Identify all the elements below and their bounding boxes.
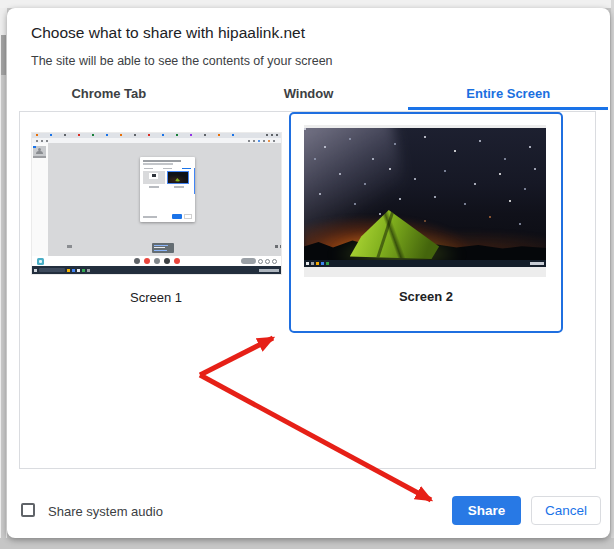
screen-1-label: Screen 1: [22, 290, 290, 305]
mini-nested-screen1: [143, 171, 165, 184]
mini-participant-sidebar: [32, 143, 48, 256]
dialog-title: Choose what to share with hipaalink.net: [31, 24, 305, 42]
page-behind-bottom-edge: [0, 538, 614, 549]
stars: [304, 128, 306, 130]
tab-entire-screen[interactable]: Entire Screen: [408, 80, 608, 110]
page-scrollbar-track: [1, 75, 6, 549]
mini-nav-buttons: [36, 140, 38, 142]
mini-nested-share-dialog: [140, 157, 195, 222]
tab-window[interactable]: Window: [209, 80, 409, 110]
share-system-audio-label: Share system audio: [48, 504, 163, 519]
cancel-button[interactable]: Cancel: [531, 496, 601, 525]
screen-share-picker: Choose what to share with hipaalink.net …: [0, 0, 614, 549]
mini-taskbar: [304, 260, 546, 267]
screen-picker-panel: Screen 1: [19, 111, 596, 469]
screen-2-label: Screen 2: [291, 289, 561, 304]
page-behind-left-edge: [0, 0, 7, 549]
source-type-tabbar: Chrome Tab Window Entire Screen: [9, 80, 608, 110]
mini-notification-toast: [152, 243, 174, 253]
tab-chrome-tab[interactable]: Chrome Tab: [9, 80, 209, 110]
share-dialog: Choose what to share with hipaalink.net …: [7, 8, 610, 538]
screen-2-thumbnail: [304, 125, 546, 277]
screen-1-tile[interactable]: Screen 1: [22, 114, 290, 333]
page-scrollbar-thumb[interactable]: [1, 35, 6, 75]
screen-2-tile[interactable]: Screen 2: [289, 112, 563, 333]
page-behind-top-edge: [0, 0, 614, 8]
mini-window-controls: [276, 134, 278, 136]
mini-extension-icons: [273, 140, 275, 142]
screen-1-thumbnail: [32, 133, 281, 274]
mini-participant-tile: [33, 146, 46, 158]
share-button[interactable]: Share: [452, 496, 521, 525]
night-sky-image: [304, 128, 546, 267]
share-system-audio-checkbox[interactable]: [21, 503, 35, 517]
dialog-subtitle: The site will be able to see the content…: [31, 54, 333, 68]
mini-meeting-controls: [32, 256, 281, 266]
mini-meeting-stage: [48, 143, 281, 256]
mini-nested-screen2: [167, 171, 189, 184]
mini-taskbar: [32, 266, 281, 274]
mini-tab-favicons: [36, 134, 38, 136]
